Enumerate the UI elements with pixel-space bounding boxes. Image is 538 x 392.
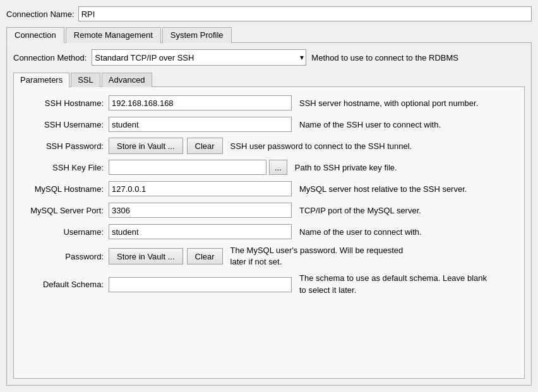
ssh-username-input[interactable] xyxy=(109,117,292,132)
password-row: Password: Store in Vault ... Clear The M… xyxy=(20,245,518,268)
clear-button[interactable]: Clear xyxy=(187,248,223,264)
tab-system-profile[interactable]: System Profile xyxy=(162,27,232,43)
username-label: Username: xyxy=(20,227,109,237)
mysql-hostname-desc: MySQL server host relative to the SSH se… xyxy=(299,184,467,194)
tab-remote-management[interactable]: Remote Management xyxy=(66,27,161,43)
mysql-server-port-label: MySQL Server Port: xyxy=(20,206,109,215)
default-schema-input[interactable] xyxy=(109,277,292,292)
tab-parameters[interactable]: Parameters xyxy=(13,73,69,87)
default-schema-label: Default Schema: xyxy=(20,280,109,289)
connection-method-label: Connection Method: xyxy=(13,53,87,62)
mysql-hostname-label: MySQL Hostname: xyxy=(20,184,109,194)
ssh-password-label: SSH Password: xyxy=(20,141,109,151)
ssh-password-desc: SSH user password to connect to the SSH … xyxy=(230,141,412,151)
ssh-key-file-input[interactable] xyxy=(109,160,266,175)
username-desc: Name of the user to connect with. xyxy=(299,227,422,237)
ssh-key-file-label: SSH Key File: xyxy=(20,163,109,172)
password-controls: Store in Vault ... Clear xyxy=(109,248,223,264)
ssh-key-file-row: SSH Key File: ... Path to SSH private ke… xyxy=(20,159,518,175)
ssh-clear-button[interactable]: Clear xyxy=(187,138,223,154)
inner-tabs: Parameters SSL Advanced xyxy=(13,72,525,87)
connection-method-select-wrapper: Standard TCP/IP over SSH Standard (TCP/I… xyxy=(92,49,306,66)
ssh-hostname-row: SSH Hostname: SSH server hostname, with … xyxy=(20,95,518,111)
mysql-server-port-row: MySQL Server Port: TCP/IP port of the My… xyxy=(20,202,518,218)
username-input[interactable] xyxy=(109,224,292,239)
connection-name-label: Connection Name: xyxy=(6,9,75,19)
mysql-hostname-row: MySQL Hostname: MySQL server host relati… xyxy=(20,181,518,197)
default-schema-desc: The schema to use as default schema. Lea… xyxy=(299,273,489,295)
username-row: Username: Name of the user to connect wi… xyxy=(20,223,518,240)
password-desc: The MySQL user's password. Will be reque… xyxy=(230,245,420,268)
ssh-store-in-vault-button[interactable]: Store in Vault ... xyxy=(109,138,183,154)
mysql-server-port-input[interactable] xyxy=(109,203,292,218)
connection-name-input[interactable] xyxy=(78,6,532,21)
store-in-vault-button[interactable]: Store in Vault ... xyxy=(109,248,183,264)
default-schema-row: Default Schema: The schema to use as def… xyxy=(20,273,518,295)
ssh-username-label: SSH Username: xyxy=(20,120,109,129)
ssh-key-browse-button[interactable]: ... xyxy=(269,160,287,175)
connection-name-row: Connection Name: xyxy=(6,6,532,21)
connection-method-row: Connection Method: Standard TCP/IP over … xyxy=(13,49,525,66)
ssh-username-desc: Name of the SSH user to connect with. xyxy=(299,120,441,129)
ssh-key-file-controls: ... xyxy=(109,160,287,175)
main-container: Connection Name: Connection Remote Manag… xyxy=(0,0,538,392)
connection-method-desc: Method to use to connect to the RDBMS xyxy=(311,53,458,62)
tab-connection[interactable]: Connection xyxy=(6,27,64,43)
main-tabs: Connection Remote Management System Prof… xyxy=(6,27,532,43)
password-label: Password: xyxy=(20,252,109,261)
tab-ssl[interactable]: SSL xyxy=(71,73,100,87)
ssh-key-file-desc: Path to SSH private key file. xyxy=(295,163,397,172)
ssh-password-row: SSH Password: Store in Vault ... Clear S… xyxy=(20,138,518,154)
ssh-username-row: SSH Username: Name of the SSH user to co… xyxy=(20,116,518,133)
mysql-server-port-desc: TCP/IP port of the MySQL server. xyxy=(299,206,421,215)
mysql-hostname-input[interactable] xyxy=(109,181,292,196)
ssh-hostname-desc: SSH server hostname, with optional port … xyxy=(299,98,478,108)
connection-tab-content: Connection Method: Standard TCP/IP over … xyxy=(6,43,532,386)
connection-method-select[interactable]: Standard TCP/IP over SSH Standard (TCP/I… xyxy=(92,49,306,66)
params-area: SSH Hostname: SSH server hostname, with … xyxy=(13,87,525,379)
ssh-hostname-label: SSH Hostname: xyxy=(20,98,109,108)
ssh-hostname-input[interactable] xyxy=(109,95,292,110)
ssh-password-controls: Store in Vault ... Clear xyxy=(109,138,223,154)
tab-advanced[interactable]: Advanced xyxy=(102,73,152,87)
